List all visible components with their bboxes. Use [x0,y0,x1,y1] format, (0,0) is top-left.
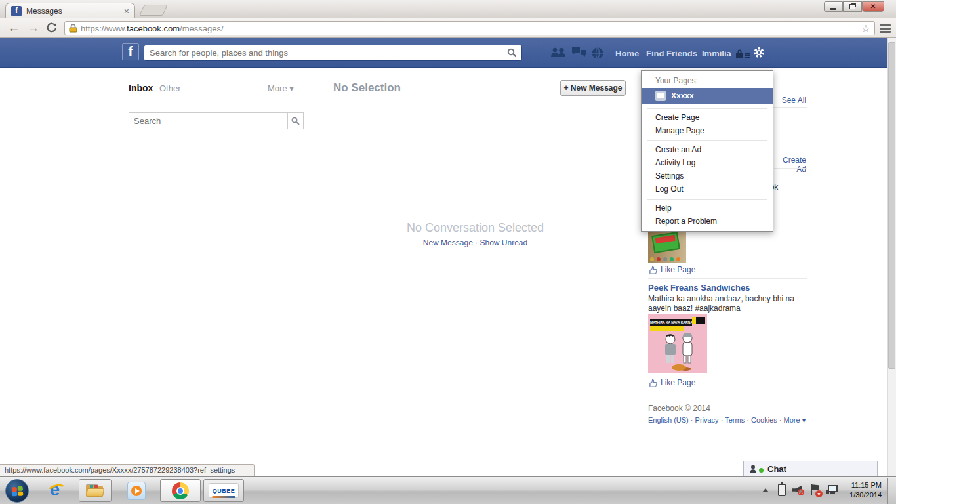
desktop: f Messages × ✕ ← → https://www.facebook.… [0,0,980,504]
new-message-button[interactable]: + New Message [560,80,626,96]
qubee-taskbar-button[interactable]: QUBEE [203,479,244,502]
your-pages-label: Your Pages: [655,76,698,85]
menu-divider [647,199,767,200]
menu-divider [647,140,767,141]
address-bar[interactable]: https://www.facebook.com/messages/ ☆ [64,21,875,35]
more-dropdown[interactable]: More ▾ [268,83,294,93]
chat-bar[interactable]: Chat [743,461,878,476]
show-unread-link[interactable]: Show Unread [480,238,528,247]
ad-image-yellow-strip [650,326,684,331]
global-search-input[interactable] [144,48,507,58]
nav-home-link[interactable]: Home [615,49,639,58]
menu-item-create-an-ad[interactable]: Create an Ad [655,145,701,154]
battery-icon[interactable] [778,484,786,496]
sidebar-divider [648,278,807,279]
menu-item-log-out[interactable]: Log Out [655,184,684,194]
clock-time: 11:15 PM [841,480,882,490]
global-search[interactable] [144,45,522,61]
thumb-up-icon [648,266,657,274]
conversation-search-button[interactable] [287,113,303,129]
privacy-shortcuts-icon[interactable] [736,49,750,62]
footer-link-terms[interactable]: Terms [725,416,745,424]
header-divider [121,102,640,102]
dot-separator: · [779,416,782,424]
facebook-navbar: f Home Find Friends Immilia [0,38,887,68]
new-tab-button[interactable] [139,5,168,16]
menu-item-activity-log[interactable]: Activity Log [655,158,695,167]
menu-item-create-page[interactable]: Create Page [655,113,699,122]
chrome-menu-icon[interactable] [880,24,891,34]
nav-find-friends-link[interactable]: Find Friends [646,49,697,58]
ad-body-text: Mathira ka anokha andaaz, bachey bhi na … [648,294,807,314]
menu-item-help[interactable]: Help [655,203,672,213]
nav-profile-link[interactable]: Immilia [702,49,731,58]
explorer-taskbar-button[interactable] [79,479,112,502]
thumb-up-icon [648,379,657,387]
conversation-row [121,135,310,175]
conversation-search-input[interactable] [129,113,287,129]
back-button[interactable]: ← [5,20,22,37]
see-all-link[interactable]: See All [774,96,806,105]
network-icon-base [830,492,835,494]
settings-gear-icon[interactable] [753,47,765,61]
tray-expand-icon[interactable] [762,488,769,492]
like-page-link[interactable]: Like Page [648,378,695,387]
footer-link-privacy[interactable]: Privacy [695,416,719,424]
like-page-label: Like Page [661,378,695,387]
tray-clock[interactable]: 11:15 PM 1/30/2014 [841,480,882,500]
reload-button[interactable] [46,22,57,36]
forward-button[interactable]: → [25,20,42,37]
browser-tab[interactable]: f Messages × [5,3,135,18]
menu-item-report-a-problem[interactable]: Report a Problem [655,217,717,226]
ad-image-logo [692,317,705,324]
start-button[interactable] [5,479,29,503]
maximize-button[interactable] [843,1,862,12]
facebook-logo[interactable]: f [122,43,139,60]
create-ad-link[interactable]: Create Ad [774,156,806,174]
settings-dropdown: Your Pages: Xxxxx Create Page Manage Pag… [641,70,773,232]
menu-item-manage-page[interactable]: Manage Page [655,126,704,135]
tab-title: Messages [26,7,124,16]
caret-down-icon: ▾ [289,83,294,93]
sidebar-divider [774,168,807,169]
empty-state-links: New Message · Show Unread [310,238,640,247]
wmp-taskbar-icon[interactable] [127,482,146,500]
other-tab[interactable]: Other [159,83,181,93]
facebook-favicon-icon: f [11,6,22,16]
ie-taskbar-icon[interactable]: e [47,481,70,501]
close-button[interactable]: ✕ [862,1,884,12]
chrome-taskbar-button[interactable] [160,479,201,502]
scrollbar-thumb[interactable] [888,42,895,369]
bookmark-star-icon[interactable]: ☆ [861,22,870,35]
menu-item-settings[interactable]: Settings [655,171,684,180]
action-center-alert-icon: x [815,490,823,497]
like-page-link[interactable]: Like Page [648,265,695,274]
ad-image[interactable] [648,231,686,263]
footer-link-more[interactable]: More [784,416,800,424]
panel-divider [310,102,310,476]
inbox-tab[interactable]: Inbox [129,83,153,93]
ad-image[interactable]: MATHIRA KA NAYA KARNAAMA [648,314,707,373]
show-desktop-button[interactable] [888,478,896,504]
caret-down-icon: ▾ [802,416,806,424]
ad-title-link[interactable]: Peek Freans Sandwiches [648,283,750,293]
conversation-search[interactable] [129,112,304,129]
footer-link-language[interactable]: English (US) [648,416,689,424]
friend-requests-icon[interactable] [550,47,567,58]
network-icon[interactable] [828,485,838,492]
notifications-globe-icon[interactable] [591,47,604,60]
minimize-button[interactable] [824,1,843,12]
menu-divider [647,108,767,109]
new-message-link[interactable]: New Message [423,238,473,247]
food-box-graphic [651,232,680,253]
conversation-row [121,295,310,335]
dot-separator: · [475,238,478,247]
ssl-warning-lock-icon [69,24,77,33]
footer-link-cookies[interactable]: Cookies [751,416,777,424]
tab-close-icon[interactable]: × [124,7,129,16]
search-icon [291,117,300,125]
search-icon [507,48,517,58]
conversation-row [121,415,310,455]
messages-icon[interactable] [571,47,587,58]
action-center-flag [811,484,819,490]
